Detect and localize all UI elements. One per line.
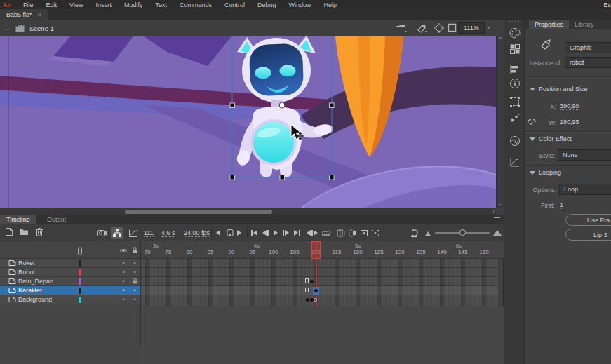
strip-grip[interactable] (509, 20, 521, 22)
layer-row-background[interactable]: Background•• (0, 295, 140, 304)
layer-parenting-toggle[interactable] (111, 227, 123, 239)
layer-row-robot[interactable]: Robot•• (0, 268, 140, 277)
keyframe-span-end[interactable] (305, 288, 309, 292)
layer-locked-icon[interactable] (131, 277, 138, 285)
menu-item-debug[interactable]: Debug (251, 1, 283, 8)
menu-item-file[interactable]: File (17, 1, 40, 8)
clip-content-icon[interactable] (448, 23, 457, 32)
document-tab[interactable]: Bab5.fla* × (0, 9, 48, 20)
menu-item-text[interactable]: Text (149, 1, 173, 8)
layer-visibility-dot[interactable]: • (120, 269, 127, 276)
zoom-level-select[interactable]: 111% (458, 22, 485, 34)
empty-keyframe-dot[interactable] (314, 298, 317, 302)
symbol-type-select[interactable]: Graphic (565, 42, 611, 53)
layer-outline-color-swatch[interactable] (79, 278, 81, 285)
transform-point[interactable] (279, 102, 285, 108)
step-forward-icon[interactable] (283, 230, 289, 236)
color-palette-icon[interactable] (509, 27, 521, 39)
vertical-scrollbar[interactable]: ⌃ ⌄ (496, 36, 504, 208)
lip-syncing-button[interactable]: Lip S (565, 229, 611, 241)
color-effect-section-header[interactable]: Color Effect (530, 135, 572, 142)
go-first-frame-icon[interactable] (251, 230, 257, 236)
use-frame-picker-button[interactable]: Use Fra (565, 214, 611, 226)
history-graph-icon[interactable] (509, 156, 521, 168)
close-icon[interactable]: × (38, 12, 42, 18)
tab-timeline[interactable]: Timeline (0, 215, 36, 224)
info-icon[interactable] (509, 78, 521, 89)
cc-libraries-icon[interactable] (509, 135, 521, 147)
menu-item-window[interactable]: Window (283, 1, 318, 8)
menu-item-edit[interactable]: Edit (40, 1, 64, 8)
first-frame-value[interactable]: 1 (560, 201, 563, 209)
tab-output[interactable]: Output (41, 215, 72, 224)
center-playhead-icon[interactable] (307, 230, 318, 236)
tab-library[interactable]: Library (569, 19, 600, 29)
zoom-chevron-down-icon[interactable]: ˅ (487, 24, 490, 31)
layer-depth-icon[interactable] (128, 229, 138, 238)
timeline-zoom-out-icon[interactable] (425, 231, 431, 236)
scene-breadcrumb[interactable]: Scene 1 (29, 25, 54, 32)
keyframe-span-end[interactable] (305, 278, 309, 283)
selected-keyframe-dot[interactable] (314, 289, 318, 292)
delete-layer-icon[interactable] (35, 227, 43, 236)
loop-range-icon[interactable] (226, 229, 234, 237)
layer-visibility-dot[interactable]: • (120, 296, 127, 303)
align-icon[interactable] (509, 64, 521, 75)
keyframe-dot[interactable] (306, 298, 309, 302)
edit-scene-icon[interactable] (396, 23, 408, 34)
back-arrow-icon[interactable]: ← (4, 24, 11, 32)
menu-item-control[interactable]: Control (218, 1, 251, 8)
menu-item-help[interactable]: Help (318, 1, 344, 8)
timeline-zoom-slider[interactable] (435, 232, 490, 234)
onion-skin-icon[interactable] (337, 229, 345, 237)
layer-row-roket[interactable]: Roket•• (0, 259, 140, 268)
panel-menu-icon[interactable] (494, 217, 500, 222)
reset-timeline-zoom-icon[interactable] (410, 229, 419, 238)
edit-symbol-icon[interactable] (417, 23, 429, 34)
loop-playback-icon[interactable] (321, 229, 331, 237)
center-stage-icon[interactable] (434, 23, 444, 33)
layer-lock-dot[interactable]: • (131, 259, 138, 267)
step-back-one-icon[interactable] (216, 230, 220, 236)
timeline-zoom-in-icon[interactable] (492, 230, 502, 236)
new-folder-icon[interactable] (19, 227, 29, 236)
layer-visibility-dot[interactable]: • (120, 287, 127, 294)
style-select[interactable]: None (558, 149, 611, 161)
workspace-switcher[interactable]: Es (603, 1, 611, 8)
keyframe-dot[interactable] (310, 280, 314, 283)
step-back-icon[interactable] (262, 230, 269, 236)
keyframe-dot[interactable] (310, 298, 314, 302)
w-value[interactable]: 180,95 (560, 119, 579, 126)
camera-icon[interactable] (97, 229, 107, 237)
layer-row-batu_depan[interactable]: Batu_Depan• (0, 277, 140, 286)
position-size-section-header[interactable]: Position and Size (530, 86, 588, 93)
swatches-icon[interactable] (509, 43, 521, 55)
current-frame-value[interactable]: 111 (144, 229, 154, 237)
play-icon[interactable] (274, 230, 278, 236)
modify-markers-icon[interactable] (371, 229, 380, 237)
layer-lock-dot[interactable]: • (131, 296, 138, 303)
instance-name-field[interactable]: robot (565, 57, 611, 68)
animate-logo[interactable]: An (3, 1, 11, 8)
layer-outline-color-swatch[interactable] (79, 269, 81, 276)
go-last-frame-icon[interactable] (294, 230, 300, 236)
scroll-up-icon[interactable]: ⌃ (498, 36, 503, 43)
menu-item-commands[interactable]: Commands (173, 1, 218, 8)
stage-canvas[interactable] (0, 36, 496, 208)
menu-item-insert[interactable]: Insert (89, 1, 118, 8)
transform-icon[interactable] (509, 96, 521, 107)
layer-outline-color-swatch[interactable] (79, 297, 81, 303)
layer-row-karakter[interactable]: Karakter•• (0, 286, 140, 295)
brush-settings-icon[interactable] (509, 112, 521, 123)
menu-item-modify[interactable]: Modify (118, 1, 149, 8)
frame-ruler[interactable]: 3s4s5s6s70758085909510010511011512012513… (0, 241, 504, 259)
timeline-zoom-slider-knob[interactable] (459, 229, 466, 236)
layer-outline-color-swatch[interactable] (79, 288, 81, 294)
scroll-right-icon[interactable]: › (492, 208, 495, 215)
playhead-line[interactable] (316, 241, 317, 306)
frame-rate-value[interactable]: 24.00 fps (184, 229, 210, 237)
layer-lock-dot[interactable]: • (131, 287, 138, 294)
layer-lock-dot[interactable]: • (131, 269, 138, 276)
edit-multiple-frames-icon[interactable] (360, 229, 368, 237)
layer-outline-color-swatch[interactable] (79, 260, 81, 267)
